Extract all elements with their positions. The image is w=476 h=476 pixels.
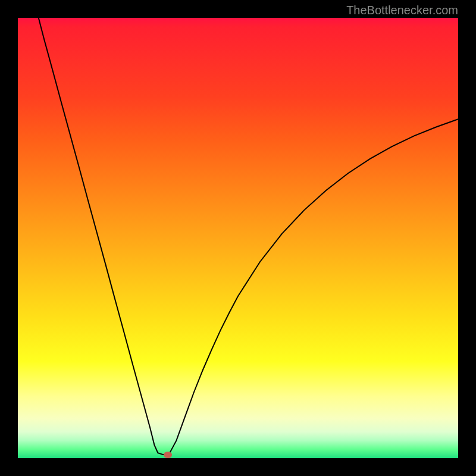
attribution-text: TheBottlenecker.com bbox=[346, 4, 458, 17]
chart-frame: TheBottlenecker.com bbox=[0, 0, 476, 476]
minimum-marker-dot bbox=[164, 452, 172, 458]
bottleneck-curve bbox=[18, 18, 458, 458]
plot-area bbox=[18, 18, 458, 458]
